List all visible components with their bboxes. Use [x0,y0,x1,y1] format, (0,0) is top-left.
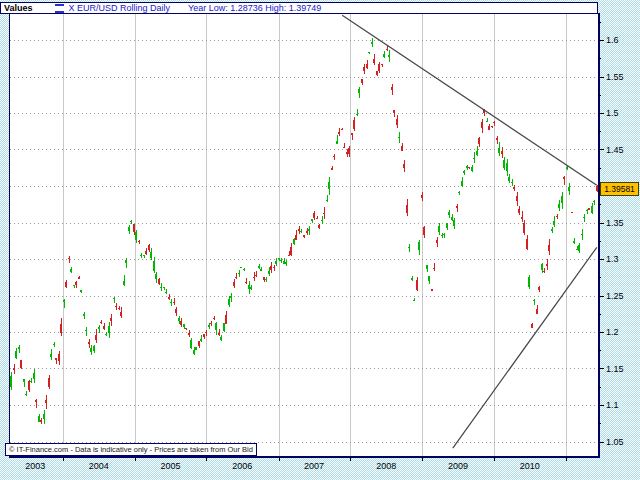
x-axis-label: 2008 [371,461,401,471]
x-axis-label: 2004 [84,461,114,471]
candles [10,38,598,424]
price-chart[interactable] [10,14,598,456]
y-axis-label: 1.35 [606,218,624,228]
year-range-label: Year Low: 1.28736 High: 1.39749 [188,3,321,13]
y-axis: 1.61.551.51.451.41.351.31.251.21.151.11.… [598,0,640,480]
copyright-note: © IT-Finance.com - Data is indicative on… [5,443,257,456]
horizontal-gridlines [10,41,598,443]
x-axis-label: 2010 [515,461,545,471]
y-axis-label: 1.55 [606,72,624,82]
x-axis-label: 2009 [443,461,473,471]
plot-area [9,13,600,458]
series-legend-label[interactable]: X EUR/USD Rolling Daily [69,3,171,13]
panel-title: Values [4,3,33,13]
x-axis-label: 2005 [156,461,186,471]
y-axis-label: 1.2 [606,327,619,337]
x-axis-label: 2006 [227,461,257,471]
trendlines [342,15,597,448]
series-line-icon [55,4,64,13]
y-axis-label: 1.1 [606,400,619,410]
y-axis-label: 1.05 [606,437,624,447]
y-axis-label: 1.5 [606,108,619,118]
y-axis-label: 1.6 [606,35,619,45]
vertical-gridlines [64,14,567,456]
x-axis-label: 2003 [20,461,50,471]
last-price-badge: 1.39581 [600,182,639,196]
ascending-support [453,247,597,448]
y-axis-label: 1.45 [606,145,624,155]
y-axis-label: 1.15 [606,364,624,374]
y-axis-label: 1.25 [606,291,624,301]
y-axis-label: 1.3 [606,254,619,264]
window: { "header": { "panel_label": "Values", "… [0,0,640,480]
x-axis-label: 2007 [299,461,329,471]
